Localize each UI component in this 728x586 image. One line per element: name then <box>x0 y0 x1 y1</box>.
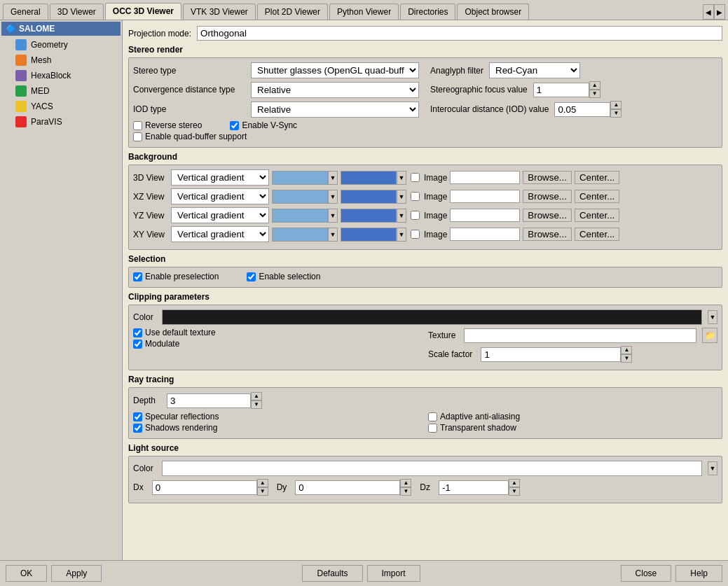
tab-vtk-3d-viewer[interactable]: VTK 3D Viewer <box>183 4 256 20</box>
close-button[interactable]: Close <box>621 565 672 582</box>
bg-xy-center-btn[interactable]: Center... <box>575 228 619 241</box>
bg-yz-color2[interactable] <box>341 209 397 223</box>
reverse-stereo-checkbox[interactable] <box>133 121 142 130</box>
sidebar-item-hexablock[interactable]: HexaBlock <box>1 68 121 83</box>
bg-xz-center-btn[interactable]: Center... <box>575 190 619 203</box>
texture-browse-btn[interactable]: 📁 <box>702 328 717 343</box>
quad-buffer-checkbox[interactable] <box>133 132 142 141</box>
dy-up[interactable]: ▲ <box>400 479 411 487</box>
bg-xz-image-input[interactable] <box>450 190 520 203</box>
bg-xz-color1-arrow[interactable]: ▼ <box>328 190 338 204</box>
tab-scroll-left[interactable]: ◀ <box>703 4 714 20</box>
bg-xy-select[interactable]: Vertical gradient <box>171 226 269 242</box>
light-color-arrow[interactable]: ▼ <box>708 461 717 475</box>
depth-up[interactable]: ▲ <box>251 392 262 400</box>
preselection-checkbox[interactable] <box>133 272 142 281</box>
bg-xy-color1-arrow[interactable]: ▼ <box>328 228 338 242</box>
dz-down[interactable]: ▼ <box>509 487 520 496</box>
bg-xz-image-check[interactable] <box>411 192 420 201</box>
convergence-select[interactable]: Relative <box>251 82 419 98</box>
tab-python-viewer[interactable]: Python Viewer <box>329 4 399 20</box>
bg-3d-image-input[interactable] <box>450 171 520 184</box>
dx-input[interactable] <box>152 480 257 495</box>
tab-directories[interactable]: Directories <box>400 4 455 20</box>
bg-yz-image-check[interactable] <box>411 211 420 220</box>
sidebar-item-paravis[interactable]: ParaVIS <box>1 114 121 130</box>
sidebar-item-mesh[interactable]: Mesh <box>1 53 121 68</box>
defaults-button[interactable]: Defaults <box>302 565 362 582</box>
depth-input[interactable] <box>167 393 251 408</box>
iod-type-select[interactable]: Relative <box>251 102 419 118</box>
sidebar-item-geometry[interactable]: Geometry <box>1 37 121 53</box>
dy-input[interactable] <box>295 480 400 495</box>
bg-3d-color1[interactable] <box>272 171 328 185</box>
iod-value-input[interactable] <box>554 102 610 117</box>
bg-yz-image-input[interactable] <box>450 209 520 222</box>
tab-scroll-right[interactable]: ▶ <box>714 4 725 20</box>
bg-yz-color1-arrow[interactable]: ▼ <box>328 209 338 223</box>
bg-3d-select[interactable]: Vertical gradient <box>171 169 269 186</box>
projection-select[interactable]: Orthogonal <box>197 26 722 41</box>
use-default-texture-checkbox[interactable] <box>133 328 142 337</box>
bg-yz-center-btn[interactable]: Center... <box>575 209 619 222</box>
iod-value-up[interactable]: ▲ <box>610 101 621 109</box>
bg-xy-image-input[interactable] <box>450 228 520 241</box>
depth-down[interactable]: ▼ <box>251 400 262 409</box>
bg-xy-image-check[interactable] <box>411 230 420 239</box>
vsync-checkbox[interactable] <box>230 121 239 130</box>
clipping-color-arrow[interactable]: ▼ <box>708 310 717 324</box>
scale-factor-input[interactable] <box>481 347 621 362</box>
bg-xy-color2-arrow[interactable]: ▼ <box>397 228 406 242</box>
tab-general[interactable]: General <box>3 4 48 20</box>
specular-reflections-checkbox[interactable] <box>133 412 142 421</box>
dx-up[interactable]: ▲ <box>257 479 268 487</box>
adaptive-antialiasing-checkbox[interactable] <box>428 412 437 421</box>
light-color-bar[interactable] <box>162 461 702 476</box>
bg-xz-select[interactable]: Vertical gradient <box>171 188 269 204</box>
bg-yz-color1[interactable] <box>272 209 328 223</box>
clipping-color-bar[interactable] <box>162 309 702 325</box>
modulate-checkbox[interactable] <box>133 340 142 349</box>
ok-button[interactable]: OK <box>6 565 47 582</box>
bg-yz-browse-btn[interactable]: Browse... <box>523 209 572 222</box>
bg-yz-select[interactable]: Vertical gradient <box>171 207 269 223</box>
help-button[interactable]: Help <box>675 565 722 582</box>
bg-xy-browse-btn[interactable]: Browse... <box>523 228 572 241</box>
stereo-focus-down[interactable]: ▼ <box>589 90 600 98</box>
bg-xy-color2[interactable] <box>341 228 397 242</box>
bg-xz-color2[interactable] <box>341 190 397 204</box>
stereo-type-select[interactable]: Shutter glasses (OpenGL quad-buffer) <box>251 62 419 78</box>
transparent-shadow-checkbox[interactable] <box>428 424 437 433</box>
scale-factor-down[interactable]: ▼ <box>621 354 632 363</box>
bg-xz-browse-btn[interactable]: Browse... <box>523 190 572 203</box>
bg-3d-center-btn[interactable]: Center... <box>575 171 619 184</box>
iod-value-down[interactable]: ▼ <box>610 109 621 118</box>
tab-plot-2d-viewer[interactable]: Plot 2D Viewer <box>257 4 328 20</box>
bg-yz-color2-arrow[interactable]: ▼ <box>397 209 406 223</box>
bg-3d-browse-btn[interactable]: Browse... <box>523 171 572 184</box>
bg-3d-image-check[interactable] <box>411 173 420 182</box>
stereo-focus-input[interactable] <box>533 83 589 97</box>
apply-button[interactable]: Apply <box>51 565 102 582</box>
dz-up[interactable]: ▲ <box>509 479 520 487</box>
texture-input[interactable] <box>464 328 696 343</box>
tab-occ-3d-viewer[interactable]: OCC 3D Viewer <box>105 3 181 20</box>
selection-checkbox[interactable] <box>247 272 256 281</box>
bg-xy-color1[interactable] <box>272 228 328 242</box>
sidebar-item-med[interactable]: MED <box>1 83 121 99</box>
dz-input[interactable] <box>439 480 509 495</box>
bg-xz-color1[interactable] <box>272 190 328 204</box>
bg-3d-color1-arrow[interactable]: ▼ <box>328 171 338 185</box>
bg-3d-color2-arrow[interactable]: ▼ <box>397 171 406 185</box>
dx-down[interactable]: ▼ <box>257 487 268 496</box>
import-button[interactable]: Import <box>367 565 420 582</box>
shadows-rendering-checkbox[interactable] <box>133 424 142 433</box>
bg-3d-color2[interactable] <box>341 171 397 185</box>
tab-object-browser[interactable]: Object browser <box>457 4 529 20</box>
dy-down[interactable]: ▼ <box>400 487 411 496</box>
sidebar-item-yacs[interactable]: YACS <box>1 99 121 114</box>
bg-xz-color2-arrow[interactable]: ▼ <box>397 190 406 204</box>
scale-factor-up[interactable]: ▲ <box>621 346 632 354</box>
stereo-focus-up[interactable]: ▲ <box>589 81 600 90</box>
tab-3d-viewer[interactable]: 3D Viewer <box>50 4 104 20</box>
